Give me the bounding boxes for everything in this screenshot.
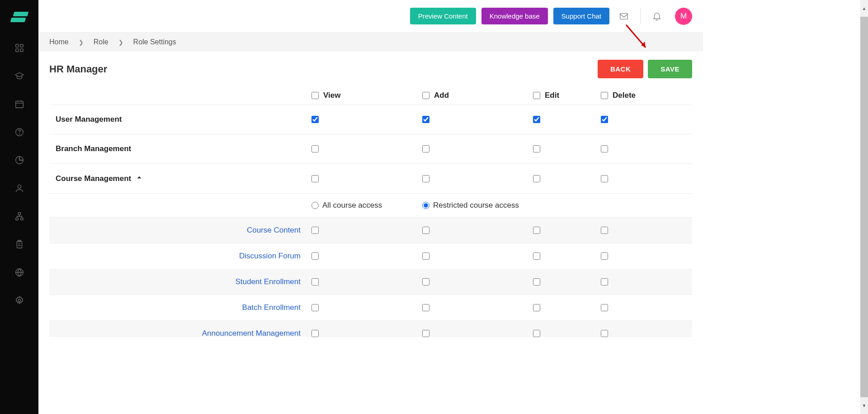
page-actions: BACK SAVE — [598, 60, 692, 78]
discussion-forum-view-checkbox[interactable] — [311, 252, 319, 260]
batch-enrollment-view-checkbox[interactable] — [311, 304, 319, 311]
announcement-mgmt-view-checkbox[interactable] — [311, 330, 319, 337]
svg-rect-2 — [15, 49, 18, 52]
back-button[interactable]: BACK — [598, 60, 643, 78]
clipboard-icon[interactable] — [14, 239, 25, 250]
breadcrumb-role[interactable]: Role — [94, 38, 108, 46]
mail-icon[interactable] — [618, 11, 629, 22]
svg-rect-1 — [20, 44, 23, 47]
announcement-mgmt-add-checkbox[interactable] — [422, 330, 429, 337]
col-label-delete: Delete — [613, 91, 636, 100]
sidebar — [0, 0, 38, 337]
batch-enrollment-edit-checkbox[interactable] — [533, 304, 540, 311]
save-button[interactable]: SAVE — [648, 60, 692, 78]
subitem-discussion-forum: Discussion Forum — [49, 243, 692, 269]
subitem-label[interactable]: Student Enrollment — [49, 277, 311, 286]
course-content-view-checkbox[interactable] — [311, 227, 319, 234]
course-mgmt-view-checkbox[interactable] — [311, 175, 319, 182]
course-access-row: All course access Restricted course acce… — [49, 194, 692, 218]
svg-point-6 — [19, 134, 19, 134]
chevron-right-icon: ❯ — [79, 39, 84, 46]
module-row-branch-management: Branch Management — [49, 134, 692, 164]
svg-point-14 — [18, 299, 21, 302]
calendar-icon[interactable] — [14, 99, 25, 109]
restricted-course-access-radio[interactable] — [422, 202, 429, 209]
breadcrumb: Home ❯ Role ❯ Role Settings — [38, 33, 703, 52]
header-divider — [640, 8, 641, 24]
globe-icon[interactable] — [14, 267, 25, 278]
module-row-user-management: User Management — [49, 105, 692, 134]
course-content-add-checkbox[interactable] — [422, 227, 429, 234]
discussion-forum-edit-checkbox[interactable] — [533, 252, 540, 260]
student-enrollment-edit-checkbox[interactable] — [533, 278, 540, 286]
module-row-course-management: Course Management — [49, 164, 692, 194]
restricted-course-access-option: Restricted course access — [422, 201, 692, 210]
svg-rect-9 — [15, 218, 18, 220]
student-enrollment-add-checkbox[interactable] — [422, 278, 429, 286]
user-icon[interactable] — [14, 183, 25, 194]
course-content-delete-checkbox[interactable] — [601, 227, 608, 234]
subitem-label[interactable]: Discussion Forum — [49, 252, 311, 261]
help-icon[interactable] — [14, 127, 25, 138]
col-header-delete: Delete — [601, 91, 692, 100]
select-all-edit-checkbox[interactable] — [533, 92, 540, 99]
avatar[interactable]: M — [675, 8, 692, 25]
svg-rect-0 — [15, 44, 18, 47]
support-chat-button[interactable]: Support Chat — [553, 8, 609, 24]
select-all-delete-checkbox[interactable] — [601, 92, 608, 99]
col-header-view: View — [311, 91, 422, 100]
user-mgmt-add-checkbox[interactable] — [422, 116, 429, 123]
all-course-access-radio[interactable] — [311, 202, 319, 209]
breadcrumb-home[interactable]: Home — [49, 38, 69, 46]
branch-mgmt-add-checkbox[interactable] — [422, 145, 429, 152]
svg-rect-4 — [15, 101, 23, 108]
gear-icon[interactable] — [14, 295, 25, 306]
col-label-add: Add — [434, 91, 449, 100]
subitem-announcement-management: Announcement Management — [49, 321, 692, 337]
batch-enrollment-add-checkbox[interactable] — [422, 304, 429, 311]
svg-rect-10 — [20, 218, 23, 220]
graduation-icon[interactable] — [14, 71, 25, 81]
restricted-course-access-label: Restricted course access — [433, 201, 519, 210]
course-mgmt-delete-checkbox[interactable] — [601, 175, 608, 182]
breadcrumb-current: Role Settings — [133, 38, 176, 46]
student-enrollment-delete-checkbox[interactable] — [601, 278, 608, 286]
page-header: HR Manager BACK SAVE — [38, 52, 703, 86]
bell-icon[interactable] — [651, 11, 662, 22]
select-all-view-checkbox[interactable] — [311, 92, 319, 99]
org-icon[interactable] — [14, 211, 25, 222]
batch-enrollment-delete-checkbox[interactable] — [601, 304, 608, 311]
course-mgmt-edit-checkbox[interactable] — [533, 175, 540, 182]
module-label: Branch Management — [49, 144, 311, 153]
knowledge-base-button[interactable]: Knowledge base — [481, 8, 548, 24]
branch-mgmt-delete-checkbox[interactable] — [601, 145, 608, 152]
app-logo — [11, 8, 28, 25]
discussion-forum-delete-checkbox[interactable] — [601, 252, 608, 260]
branch-mgmt-view-checkbox[interactable] — [311, 145, 319, 152]
dashboard-icon[interactable] — [14, 43, 25, 53]
top-header: Preview Content Knowledge base Support C… — [38, 0, 703, 33]
chevron-up-icon[interactable] — [136, 174, 143, 183]
student-enrollment-view-checkbox[interactable] — [311, 278, 319, 286]
select-all-add-checkbox[interactable] — [422, 92, 429, 99]
preview-content-button[interactable]: Preview Content — [410, 8, 476, 24]
announcement-mgmt-edit-checkbox[interactable] — [533, 330, 540, 337]
module-label-text: Course Management — [56, 174, 131, 183]
course-mgmt-add-checkbox[interactable] — [422, 175, 429, 182]
svg-rect-3 — [20, 49, 23, 52]
subitem-label[interactable]: Course Content — [49, 226, 311, 235]
subitem-label[interactable]: Batch Enrollment — [49, 303, 311, 312]
discussion-forum-add-checkbox[interactable] — [422, 252, 429, 260]
chart-icon[interactable] — [14, 155, 25, 166]
announcement-mgmt-delete-checkbox[interactable] — [601, 330, 608, 337]
col-label-edit: Edit — [545, 91, 559, 100]
branch-mgmt-edit-checkbox[interactable] — [533, 145, 540, 152]
subitem-label[interactable]: Announcement Management — [49, 329, 311, 337]
user-mgmt-delete-checkbox[interactable] — [601, 116, 608, 123]
course-content-edit-checkbox[interactable] — [533, 227, 540, 234]
subitem-student-enrollment: Student Enrollment — [49, 269, 692, 295]
col-header-edit: Edit — [533, 91, 601, 100]
user-mgmt-view-checkbox[interactable] — [311, 116, 319, 123]
page-title: HR Manager — [49, 63, 107, 75]
user-mgmt-edit-checkbox[interactable] — [533, 116, 540, 123]
